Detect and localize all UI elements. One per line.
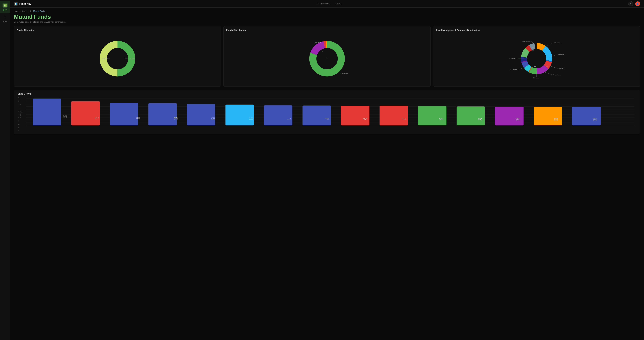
funds-distribution-card: Funds Distribution 374 Ope <box>224 26 430 87</box>
svg-text:Conventio...: Conventio... <box>128 58 136 60</box>
svg-rect-65 <box>33 99 61 125</box>
sidebar-label-mutual-funds: Mutual Funds <box>1 9 9 12</box>
svg-line-32 <box>544 43 553 47</box>
svg-text:62: 62 <box>532 47 534 48</box>
svg-rect-79 <box>302 105 331 125</box>
svg-text:? Fund M...: ? Fund M... <box>510 58 517 59</box>
asset-management-svg: ABL Asset ... 35 UBL Fund M... 62 Alfala… <box>506 34 566 83</box>
svg-text:15.8: 15.8 <box>210 117 216 120</box>
svg-text:MCB Invest...: MCB Invest... <box>510 69 518 71</box>
svg-text:Voluntary ...: Voluntary ... <box>315 42 322 44</box>
svg-text:46: 46 <box>546 65 548 67</box>
app-name: FundsNav <box>19 2 31 5</box>
svg-line-43 <box>544 72 552 75</box>
breadcrumb-home[interactable]: Home <box>14 10 19 12</box>
funds-growth-title: Funds Growth <box>16 93 638 95</box>
svg-rect-67 <box>72 101 100 125</box>
svg-text:HBL Asset ...: HBL Asset ... <box>533 77 541 79</box>
svg-rect-83 <box>380 106 408 125</box>
svg-text:14.8: 14.8 <box>324 118 330 120</box>
svg-rect-85 <box>418 106 446 125</box>
svg-text:Open End S...: Open End S... <box>342 73 348 74</box>
nav-dashboard[interactable]: DASHBOARD <box>317 3 330 5</box>
funds-growth-card: Funds Growth % Change <box>14 90 640 134</box>
asset-management-title: Asset Management Company Distribution <box>436 29 638 32</box>
page-content: Home › Dashboard › Mutual Funds Mutual F… <box>10 8 644 340</box>
funds-distribution-svg: 374 Open End S... Voluntary ... 76 <box>306 38 348 79</box>
svg-text:16.4: 16.4 <box>172 117 178 120</box>
funds-allocation-chart: 232 234 Islamic Conventio... <box>16 33 218 84</box>
funds-allocation-svg: 232 234 Islamic Conventio... <box>97 38 138 79</box>
funds-distribution-title: Funds Distribution <box>226 29 428 32</box>
y-axis-label: % Change <box>20 111 22 118</box>
logo-icon: 📊 <box>14 2 18 6</box>
asset-management-card: Asset Management Company Distribution <box>433 26 640 87</box>
svg-text:Islamic: Islamic <box>102 58 106 60</box>
page-subtitle: View mutual funds of Pakistan and analys… <box>14 21 640 23</box>
svg-text:76: 76 <box>322 50 323 52</box>
svg-text:17.9: 17.9 <box>94 117 100 119</box>
theme-toggle-button[interactable]: ☀ <box>628 1 633 6</box>
svg-text:14.9: 14.9 <box>286 118 292 120</box>
svg-text:Alfalah As...: Alfalah As... <box>558 54 565 56</box>
svg-rect-75 <box>226 105 254 125</box>
sidebar-item-mutual-funds[interactable]: 💹 Mutual Funds <box>0 1 10 13</box>
svg-text:13.9: 13.9 <box>592 118 598 121</box>
svg-text:ABL Asset ...: ABL Asset ... <box>554 42 562 44</box>
breadcrumb: Home › Dashboard › Mutual Funds <box>14 10 640 12</box>
user-button[interactable]: 👤 <box>635 1 640 6</box>
svg-rect-71 <box>148 103 177 125</box>
funds-allocation-card: Funds Allocation 232 234 Islamic Convent… <box>14 26 221 87</box>
sidebar-item-about[interactable]: ℹ About <box>0 13 10 24</box>
svg-text:UBL Fund M...: UBL Fund M... <box>522 41 532 42</box>
svg-text:Faysal Ass...: Faysal Ass... <box>553 74 561 76</box>
svg-rect-87 <box>456 106 485 125</box>
svg-text:16.6: 16.6 <box>135 117 141 119</box>
svg-text:13.8: 13.8 <box>553 118 559 121</box>
y-tick-0: 0 <box>18 130 21 132</box>
y-tick-20: 20 – <box>18 97 21 99</box>
sidebar-label-about: About <box>3 21 7 22</box>
svg-text:374: 374 <box>326 58 328 60</box>
breadcrumb-dashboard[interactable]: Dashboard <box>22 10 31 12</box>
svg-text:232: 232 <box>124 58 128 59</box>
svg-text:21: 21 <box>534 65 536 67</box>
breadcrumb-sep-2: › <box>32 10 32 12</box>
y-tick-4: 4 – <box>18 123 21 125</box>
topnav: 📊 FundsNav DASHBOARD ABOUT ☀ 👤 <box>10 0 644 8</box>
svg-rect-77 <box>264 105 292 125</box>
breadcrumb-sep-1: › <box>20 10 20 12</box>
funds-distribution-chart: 374 Open End S... Voluntary ... 76 <box>226 33 428 84</box>
page-title: Mutual Funds <box>14 14 640 20</box>
svg-rect-73 <box>187 104 216 125</box>
y-tick-14: 14 – <box>18 107 21 108</box>
svg-text:36: 36 <box>532 50 534 52</box>
svg-text:14.2: 14.2 <box>438 118 444 120</box>
svg-rect-69 <box>110 103 138 125</box>
sidebar: 💹 Mutual Funds ℹ About <box>0 0 10 340</box>
funds-allocation-title: Funds Allocation <box>16 29 218 32</box>
svg-rect-93 <box>572 107 600 125</box>
y-tick-16: 16 – <box>18 104 21 105</box>
mutual-funds-icon: 💹 <box>2 3 8 8</box>
svg-text:15.5: 15.5 <box>248 117 254 120</box>
y-tick-2: 2 – <box>18 127 21 128</box>
charts-grid: Funds Allocation 232 234 Islamic Convent… <box>14 26 640 87</box>
nav-actions: ☀ 👤 <box>628 1 640 6</box>
svg-rect-81 <box>341 106 370 125</box>
svg-rect-91 <box>534 107 562 125</box>
about-icon: ℹ <box>2 15 8 20</box>
nav-links: DASHBOARD ABOUT <box>317 3 342 5</box>
nav-about[interactable]: ABOUT <box>335 3 342 5</box>
y-tick-6: 6 – <box>18 120 21 122</box>
growth-chart-svg: 20.6 17.9 16.6 16.4 15.8 15.5 <box>26 99 634 125</box>
svg-line-47 <box>518 67 524 70</box>
svg-text:14.7: 14.7 <box>401 118 407 120</box>
main-content: 📊 FundsNav DASHBOARD ABOUT ☀ 👤 Home › Da… <box>10 0 644 340</box>
logo: 📊 FundsNav <box>14 2 31 6</box>
svg-text:13.9: 13.9 <box>515 118 520 121</box>
asset-management-chart: ABL Asset ... 35 UBL Fund M... 62 Alfala… <box>436 33 638 84</box>
y-tick-18: 18 – <box>18 100 21 102</box>
svg-line-40 <box>549 66 557 68</box>
svg-text:20.6: 20.6 <box>62 115 68 118</box>
